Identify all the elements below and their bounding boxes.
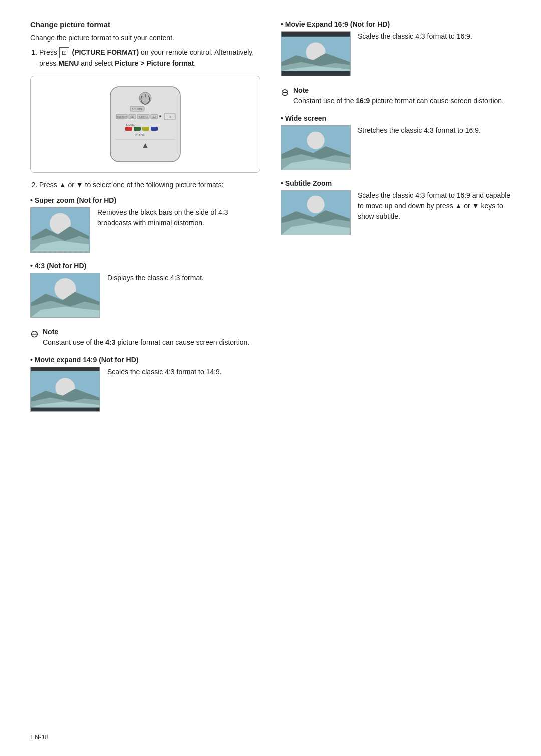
format-movie-16-9: Movie Expand 16:9 (Not for HD) [281,20,511,76]
note-left: ⊖ Note Constant use of the 4:3 picture f… [30,327,260,348]
formats-left-list: Super zoom (Not for HD) Removes the blac… [30,196,260,318]
svg-text:SOURCE: SOURCE [132,108,143,111]
subtitle-zoom-thumb [281,190,351,235]
svg-text:DEMO: DEMO [126,123,135,126]
note-right-bold: 16:9 [356,97,370,105]
wide-screen-label: Wide screen [281,114,511,122]
subtitle-zoom-desc: Scales the classic 4:3 format to 16:9 an… [358,190,511,222]
4-3-label: 4:3 (Not for HD) [30,262,260,270]
formats-right-list: Movie Expand 16:9 (Not for HD) [281,20,511,76]
svg-rect-17 [134,127,141,131]
svg-text:GUIDE: GUIDE [135,134,145,137]
svg-rect-34 [31,367,100,371]
format-super-zoom: Super zoom (Not for HD) Removes the blac… [30,196,260,253]
note-icon-left: ⊖ [30,326,39,341]
note-right-text: Note Constant use of the 16:9 picture fo… [293,85,511,106]
svg-text:CD: CD [130,115,134,118]
super-zoom-label: Super zoom (Not for HD) [30,196,260,204]
4-3-desc: Displays the classic 4:3 format. [107,273,260,283]
format-4-3: 4:3 (Not for HD) Displays the classic 4:… [30,262,260,318]
svg-rect-35 [31,407,100,411]
movie-16-9-thumb [281,31,351,76]
svg-point-48 [307,132,324,149]
note-left-word: Note [43,328,58,336]
super-zoom-thumb [30,207,90,253]
step2-list: Press ▲ or ▼ to select one of the follow… [39,180,260,190]
svg-text:TELETEXT: TELETEXT [117,116,127,118]
subtitle-zoom-label: Subtitle Zoom [281,179,511,187]
svg-rect-18 [142,127,149,131]
page-number: EN-18 [30,733,49,741]
svg-rect-41 [282,32,350,37]
super-zoom-desc: Removes the black bars on the side of 4:… [97,207,260,228]
svg-rect-19 [151,127,158,131]
wide-screen-desc: Stretches the classic 4:3 format to 16:9… [358,125,511,136]
picture-format-icon: ⊡ [59,47,69,58]
note-right-word: Note [293,86,309,94]
movie-14-9-desc: Scales the classic 4:3 format to 14:9. [107,367,260,377]
intro-text: Change the picture format to suit your c… [30,33,260,43]
format-movie-14-9: Movie expand 14:9 (Not for HD) [30,356,260,412]
movie-16-9-desc: Scales the classic 4:3 format to 16:9. [358,31,511,42]
step1-key: (PICTURE FORMAT) [72,48,139,56]
4-3-thumb [30,273,100,318]
remote-illustration: SOURCE TELETEXT CD SUBTITLE E2 ⊡ DEMO [30,76,260,173]
remote-svg: SOURCE TELETEXT CD SUBTITLE E2 ⊡ DEMO [80,84,210,164]
formats-right2-list: Wide screen Stretches the classic 4:3 fo… [281,114,511,235]
svg-point-12 [159,115,161,117]
svg-text:⊡: ⊡ [169,115,171,118]
movie-14-9-thumb [30,367,100,412]
note-icon-right: ⊖ [281,85,289,100]
section-heading: Change picture format [30,20,260,29]
svg-text:SUBTITLE: SUBTITLE [138,116,148,118]
step1-menu: MENU [58,59,79,67]
step-1: Press ⊡ (PICTURE FORMAT) on your remote … [39,47,260,69]
note-left-bold: 4:3 [105,338,115,346]
step1-nav: Picture > Picture format [115,59,194,67]
movie-16-9-label: Movie Expand 16:9 (Not for HD) [281,20,511,28]
svg-rect-16 [125,127,132,131]
format-wide-screen: Wide screen Stretches the classic 4:3 fo… [281,114,511,170]
movie-14-9-label: Movie expand 14:9 (Not for HD) [30,356,260,364]
right-column: Movie Expand 16:9 (Not for HD) [281,20,511,421]
svg-text:E2: E2 [153,115,156,118]
note-right: ⊖ Note Constant use of the 16:9 picture … [281,85,511,106]
svg-rect-42 [282,71,350,76]
wide-screen-thumb [281,125,351,170]
steps-list: Press ⊡ (PICTURE FORMAT) on your remote … [39,47,260,69]
note-left-text: Note Constant use of the 4:3 picture for… [43,327,260,348]
step-2: Press ▲ or ▼ to select one of the follow… [39,180,260,190]
format-subtitle-zoom: Subtitle Zoom Scales the classic 4:3 for… [281,179,511,235]
formats-left2-list: Movie expand 14:9 (Not for HD) [30,356,260,412]
svg-point-53 [307,196,324,213]
left-column: Change picture format Change the picture… [30,20,260,421]
